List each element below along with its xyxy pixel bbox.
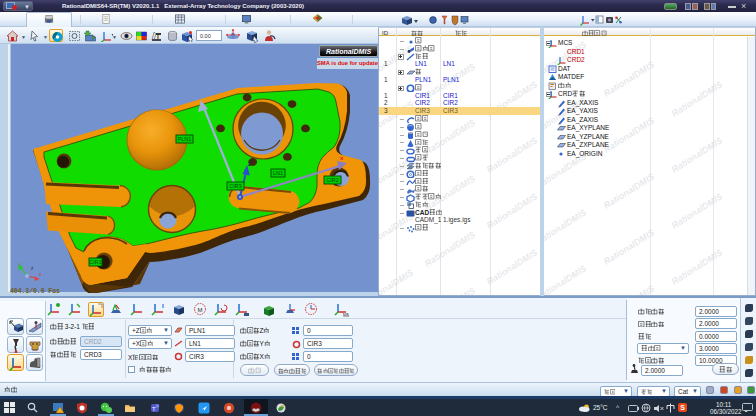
svg-text:PLN1: PLN1 — [178, 136, 192, 142]
svg-text:T: T — [152, 406, 156, 412]
svg-text:MM: MM — [343, 313, 349, 317]
svg-text:CIR1: CIR1 — [89, 259, 101, 265]
svg-text:404.3/0.0 Fps: 404.3/0.0 Fps — [10, 288, 60, 293]
svg-text:CIR3: CIR3 — [229, 183, 241, 189]
svg-text:LN1: LN1 — [273, 170, 283, 176]
svg-text:CIR2: CIR2 — [326, 177, 338, 183]
svg-text:M: M — [198, 307, 203, 313]
